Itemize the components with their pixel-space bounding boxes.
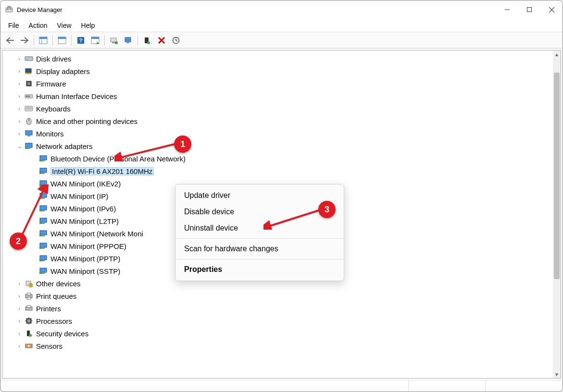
category-disk-drives[interactable]: › Disk drives bbox=[16, 52, 553, 65]
menu-file[interactable]: File bbox=[3, 21, 24, 30]
scrollbar-thumb[interactable] bbox=[554, 73, 560, 279]
network-adapter-icon bbox=[39, 179, 48, 188]
security-icon bbox=[25, 329, 33, 338]
svg-text:?: ? bbox=[79, 37, 83, 43]
enable-device-button[interactable] bbox=[140, 34, 154, 47]
category-security-devices[interactable]: › Security devices bbox=[16, 327, 553, 340]
chevron-right-icon[interactable]: › bbox=[16, 68, 23, 74]
device-intel-wifi[interactable]: Intel(R) Wi-Fi 6 AX201 160MHz bbox=[16, 165, 553, 177]
svg-point-29 bbox=[26, 58, 27, 59]
network-adapter-icon bbox=[39, 154, 48, 163]
chevron-right-icon[interactable]: › bbox=[16, 305, 23, 312]
chevron-right-icon[interactable]: › bbox=[16, 130, 23, 137]
vertical-scrollbar[interactable]: ▲ ▼ bbox=[553, 50, 561, 378]
menubar: File Action View Help bbox=[0, 19, 563, 32]
category-display-adapters[interactable]: › Display adapters bbox=[16, 65, 553, 77]
network-adapter-icon bbox=[39, 242, 48, 250]
chevron-right-icon[interactable]: › bbox=[16, 280, 23, 287]
svg-rect-51 bbox=[40, 168, 47, 172]
scroll-up-button[interactable]: ▲ bbox=[553, 50, 561, 58]
device-label: WAN Miniport (IKEv2) bbox=[50, 180, 121, 187]
menu-help[interactable]: Help bbox=[76, 21, 100, 30]
help-button[interactable]: ? bbox=[74, 34, 88, 47]
scroll-down-button[interactable]: ▼ bbox=[553, 370, 561, 378]
chevron-right-icon[interactable]: › bbox=[16, 318, 23, 324]
network-adapter-icon bbox=[39, 229, 48, 238]
chevron-right-icon[interactable]: › bbox=[16, 93, 23, 99]
chevron-right-icon[interactable]: › bbox=[16, 330, 23, 337]
menu-action[interactable]: Action bbox=[24, 21, 52, 30]
svg-rect-38 bbox=[25, 106, 33, 111]
category-mice[interactable]: › Mice and other pointing devices bbox=[16, 115, 553, 127]
svg-rect-47 bbox=[25, 147, 27, 149]
category-print-queues[interactable]: › Print queues bbox=[16, 290, 553, 302]
device-label: WAN Miniport (PPTP) bbox=[50, 255, 120, 262]
category-label: Security devices bbox=[36, 330, 88, 337]
category-sensors[interactable]: › Sensors bbox=[16, 340, 553, 352]
chevron-right-icon[interactable]: › bbox=[16, 343, 23, 349]
action-button[interactable] bbox=[88, 34, 102, 47]
help-topics-button[interactable] bbox=[55, 34, 69, 47]
scan-hardware-button[interactable] bbox=[169, 34, 183, 47]
category-keyboards[interactable]: › Keyboards bbox=[16, 102, 553, 115]
back-button[interactable] bbox=[3, 34, 17, 47]
print-queue-icon bbox=[25, 292, 33, 300]
svg-rect-65 bbox=[39, 222, 42, 224]
cm-uninstall-device[interactable]: Uninstall device bbox=[175, 220, 344, 236]
svg-rect-0 bbox=[6, 8, 13, 12]
sensor-icon bbox=[25, 342, 33, 350]
svg-rect-5 bbox=[527, 8, 532, 12]
status-cell bbox=[409, 380, 486, 392]
svg-rect-66 bbox=[40, 231, 47, 235]
disable-device-button[interactable] bbox=[155, 34, 168, 47]
titlebar: Device Manager bbox=[0, 0, 563, 19]
chevron-right-icon[interactable]: › bbox=[16, 80, 23, 87]
svg-rect-62 bbox=[39, 209, 42, 211]
chevron-right-icon[interactable]: › bbox=[16, 293, 23, 299]
category-firmware[interactable]: › Firmware bbox=[16, 77, 553, 90]
category-network-adapters[interactable]: ⌄ Network adapters bbox=[16, 140, 553, 152]
category-processors[interactable]: › Processors bbox=[16, 315, 553, 327]
category-monitors[interactable]: › Monitors bbox=[16, 127, 553, 140]
category-hid[interactable]: › Human Interface Devices bbox=[16, 90, 553, 102]
svg-point-93 bbox=[29, 334, 32, 337]
category-printers[interactable]: › Printers bbox=[16, 302, 553, 315]
svg-rect-83 bbox=[27, 297, 31, 299]
forward-button[interactable] bbox=[18, 34, 31, 47]
svg-rect-59 bbox=[39, 197, 42, 199]
mouse-icon bbox=[25, 117, 33, 125]
menu-view[interactable]: View bbox=[52, 21, 76, 30]
svg-rect-50 bbox=[39, 159, 42, 161]
cm-scan-hardware[interactable]: Scan for hardware changes bbox=[175, 241, 344, 257]
cm-update-driver[interactable]: Update driver bbox=[175, 187, 344, 204]
device-label: Bluetooth Device (Personal Area Network) bbox=[50, 155, 186, 162]
category-label: Monitors bbox=[36, 130, 64, 137]
status-cell bbox=[486, 380, 563, 392]
svg-rect-76 bbox=[42, 273, 45, 274]
svg-rect-43 bbox=[25, 131, 32, 135]
scrollbar-track[interactable] bbox=[553, 58, 561, 370]
svg-rect-19 bbox=[112, 42, 115, 43]
svg-rect-63 bbox=[40, 218, 47, 222]
annotation-badge-3: 3 bbox=[318, 201, 336, 218]
maximize-button[interactable] bbox=[518, 0, 540, 19]
svg-rect-73 bbox=[42, 260, 45, 261]
chevron-right-icon[interactable]: › bbox=[16, 118, 23, 124]
window-title: Device Manager bbox=[17, 6, 63, 13]
chevron-right-icon[interactable]: › bbox=[16, 105, 23, 112]
svg-rect-28 bbox=[25, 57, 33, 61]
category-label: Disk drives bbox=[36, 55, 71, 62]
device-bluetooth-pan[interactable]: Bluetooth Device (Personal Area Network) bbox=[16, 152, 553, 165]
show-hide-console-tree-button[interactable] bbox=[37, 34, 50, 47]
svg-rect-57 bbox=[40, 193, 47, 197]
svg-rect-44 bbox=[27, 135, 30, 136]
cm-properties[interactable]: Properties bbox=[175, 261, 344, 278]
close-button[interactable] bbox=[540, 0, 563, 19]
uninstall-device-button[interactable] bbox=[122, 34, 135, 47]
minimize-button[interactable] bbox=[496, 0, 518, 19]
annotation-badge-1: 1 bbox=[174, 135, 191, 153]
status-cell bbox=[0, 380, 409, 392]
chevron-down-icon[interactable]: ⌄ bbox=[16, 143, 23, 149]
chevron-right-icon[interactable]: › bbox=[16, 55, 23, 62]
update-driver-button[interactable] bbox=[107, 34, 121, 47]
